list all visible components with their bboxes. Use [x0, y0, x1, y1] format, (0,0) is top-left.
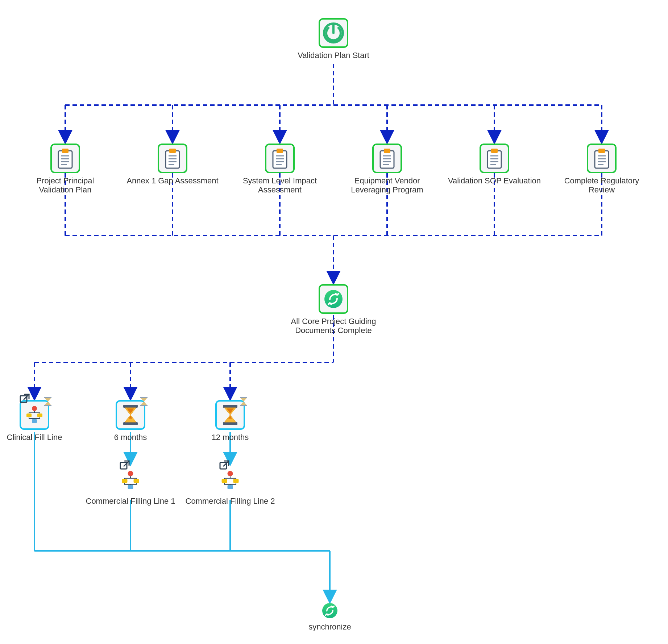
task-sop-label: Validation SOP Evaluation [447, 176, 542, 185]
branch-6months-label: 6 months [83, 433, 178, 442]
sync-label: synchronize [283, 622, 377, 631]
branch-cfl2[interactable]: Commercial Filling Line 2 [183, 468, 277, 506]
start-label: Validation Plan Start [286, 51, 381, 60]
subprocess-icon [20, 400, 49, 430]
branch-cfl2-label: Commercial Filling Line 2 [183, 496, 277, 506]
task-evlp[interactable]: Equipment Vendor Leveraging Program [340, 144, 434, 195]
clipboard-icon [480, 144, 509, 173]
sync-icon [322, 603, 337, 618]
task-ppvp-label: Project Principal Validation Plan [18, 176, 112, 195]
external-link-icon [120, 460, 130, 470]
clipboard-icon [158, 144, 187, 173]
sync-icon [319, 284, 348, 314]
task-annex-label: Annex 1 Gap Assessment [125, 176, 220, 185]
task-sop[interactable]: Validation SOP Evaluation [447, 144, 542, 185]
branch-clinical-label: Clinical Fill Line [0, 433, 82, 442]
hourglass-badge-icon [43, 396, 53, 407]
start-node[interactable]: Validation Plan Start [286, 18, 381, 60]
power-icon [319, 18, 348, 48]
subprocess-icon [117, 468, 144, 494]
clipboard-icon [587, 144, 617, 173]
task-evlp-label: Equipment Vendor Leveraging Program [340, 176, 434, 195]
task-slia[interactable]: System Level Impact Assessment [233, 144, 327, 195]
milestone-node[interactable]: All Core Project Guiding Documents Compl… [286, 284, 381, 335]
subprocess-icon [217, 468, 243, 494]
branch-12months[interactable]: 12 months [183, 400, 277, 442]
branch-clinical[interactable]: Clinical Fill Line [0, 400, 82, 442]
clipboard-icon [372, 144, 402, 173]
branch-cfl1-label: Commercial Filling Line 1 [83, 496, 178, 506]
hourglass-icon [116, 400, 145, 430]
milestone-label: All Core Project Guiding Documents Compl… [286, 317, 381, 335]
sync-node[interactable]: synchronize [283, 603, 377, 631]
hourglass-icon [215, 400, 245, 430]
branch-6months[interactable]: 6 months [83, 400, 178, 442]
hourglass-badge-icon [139, 396, 149, 407]
external-link-icon [219, 460, 229, 470]
task-annex[interactable]: Annex 1 Gap Assessment [125, 144, 220, 185]
task-ppvp[interactable]: Project Principal Validation Plan [18, 144, 112, 195]
task-slia-label: System Level Impact Assessment [233, 176, 327, 195]
clipboard-icon [50, 144, 80, 173]
task-reg[interactable]: Complete Regulatory Review [555, 144, 649, 195]
hourglass-badge-icon [238, 396, 249, 407]
branch-12months-label: 12 months [183, 433, 277, 442]
clipboard-icon [265, 144, 295, 173]
branch-cfl1[interactable]: Commercial Filling Line 1 [83, 468, 178, 506]
external-link-icon [20, 394, 30, 404]
task-reg-label: Complete Regulatory Review [555, 176, 649, 195]
